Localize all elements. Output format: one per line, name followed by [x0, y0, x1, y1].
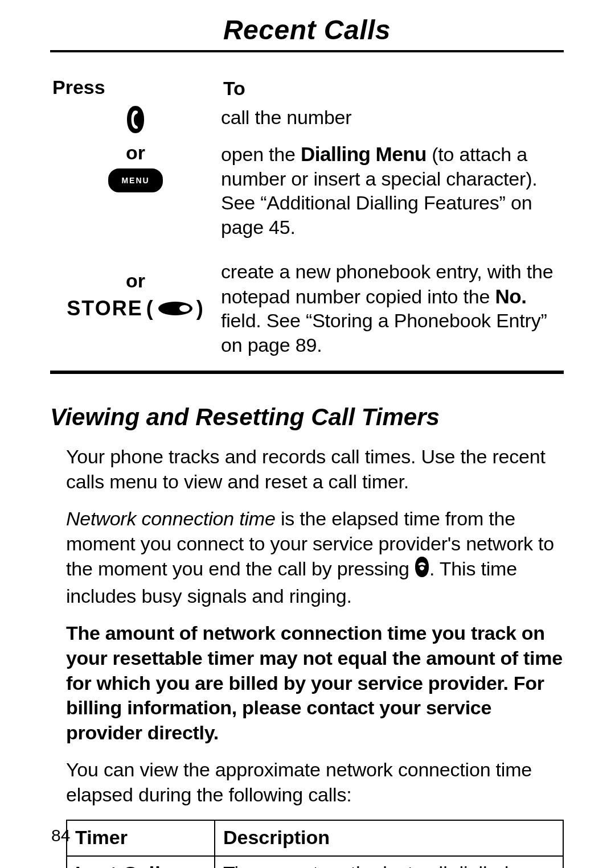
paragraph-1: Your phone tracks and records call times… [66, 445, 564, 494]
chapter-title: Recent Calls [50, 16, 564, 52]
no-field-term: No. [495, 285, 527, 307]
section-heading: Viewing and Resetting Call Timers [50, 404, 564, 431]
timer-cell-last-call: Last Call [67, 856, 215, 868]
dialling-menu-term: Dialling Menu [301, 143, 427, 165]
store-paren-open: ( [146, 297, 154, 320]
desc-cell-last-call: Time spent on the last call dialled or r… [215, 856, 563, 868]
press-header: Press [52, 76, 105, 98]
menu-key-icon: MENU [108, 168, 163, 192]
paragraph-3-bold: The amount of network connection time yo… [66, 621, 564, 745]
para2-ital: Network connection time [66, 508, 276, 529]
or-label-2: or [126, 270, 145, 292]
table-row: Last Call Time spent on the last call di… [67, 856, 563, 868]
menu-key-label: MENU [121, 176, 149, 185]
press-to-row-call: call the number [50, 105, 564, 134]
softkey-oval-icon [158, 301, 193, 316]
timer-table-header-row: Timer Description [67, 820, 563, 856]
paragraph-4: You can view the approximate network con… [66, 758, 564, 807]
svg-point-1 [179, 305, 190, 312]
timer-table: Timer Description Last Call Time spent o… [66, 820, 564, 868]
row1-desc: call the number [221, 106, 351, 128]
press-to-row-store: or STORE ( ) create a new phonebook entr… [50, 260, 564, 357]
press-to-header-row: Press To [50, 76, 564, 101]
to-header: To [223, 77, 245, 99]
store-text: STORE [67, 297, 142, 320]
store-softkey-label: STORE ( ) [67, 297, 204, 320]
end-call-key-icon [415, 556, 429, 584]
store-paren-close: ) [196, 297, 204, 320]
call-key-icon [126, 105, 145, 134]
row2-text-a: open the [221, 143, 301, 165]
press-to-row-menu: or MENU open the Dialling Menu (to attac… [50, 142, 564, 239]
or-label-1: or [126, 142, 145, 164]
paragraph-2: Network connection time is the elapsed t… [66, 507, 564, 608]
press-to-table: Press To call the number [50, 76, 564, 374]
row3-text-c: field. See “Storing a Phonebook Entry” o… [221, 310, 547, 356]
timer-header: Timer [67, 820, 215, 856]
page-number: 84 [51, 826, 70, 845]
description-header: Description [215, 820, 563, 856]
